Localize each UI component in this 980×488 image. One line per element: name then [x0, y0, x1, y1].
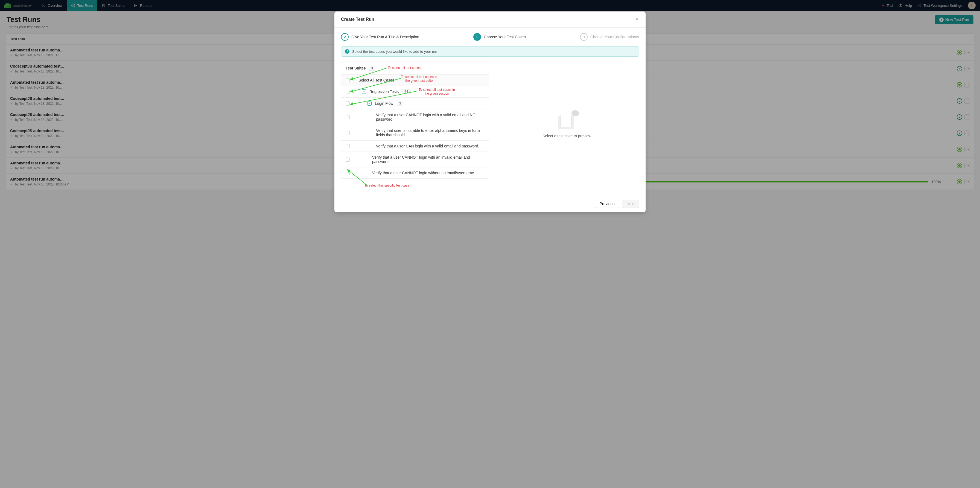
test-case-row[interactable]: Verify that a user CANNOT login without …	[341, 167, 489, 179]
info-box: i Select the test cases you would like t…	[341, 46, 639, 57]
info-text: Select the test cases you would like to …	[352, 49, 437, 54]
step-1-circle	[341, 33, 348, 41]
modal-columns: Test Suites 3 Select All Test Cases − Re…	[341, 62, 639, 179]
case-label: Verify that a user CAN login with a vali…	[353, 144, 485, 148]
annotation-4: To select this specific test case	[364, 183, 409, 187]
test-case-row[interactable]: Verify that a user CAN login with a vali…	[341, 140, 489, 152]
case-checkbox[interactable]	[345, 158, 350, 162]
collapse-icon[interactable]: −	[367, 101, 372, 105]
step-3: 3 Choose Your Configuration/s	[580, 33, 639, 41]
annotation-1: To select all test cases	[388, 66, 420, 70]
section-row: − Login Flow 3	[341, 97, 489, 109]
suite-count: 74	[402, 89, 410, 94]
modal-title: Create Test Run	[341, 17, 374, 22]
annotation-2: To select all test cases in the given te…	[401, 75, 437, 83]
test-case-row[interactable]: Verify that a user CANNOT login with a v…	[341, 109, 489, 125]
case-checkbox[interactable]	[345, 131, 350, 135]
case-checkbox[interactable]	[345, 115, 350, 119]
test-case-row[interactable]: Verify that a user CANNOT login with an …	[341, 152, 489, 167]
check-icon	[343, 35, 347, 39]
suites-title: Test Suites	[345, 66, 366, 70]
preview-panel: Select a test case to preview	[495, 62, 639, 179]
step-2-circle: 2	[473, 33, 481, 41]
case-label: Verify that a user CANNOT login with an …	[353, 155, 485, 164]
wizard-steps: Give Your Test Run A Title & Description…	[341, 33, 639, 41]
suite-checkbox[interactable]	[345, 90, 350, 94]
test-case-row[interactable]: Verify that user is not able to enter al…	[341, 125, 489, 140]
test-suites-panel: Test Suites 3 Select All Test Cases − Re…	[341, 62, 489, 179]
step-2: 2 Choose Your Test Cases	[473, 33, 525, 41]
step-2-label: Choose Your Test Cases	[484, 35, 525, 39]
annotation-3: To select all test cases in the given se…	[418, 88, 455, 96]
case-label: Verify that a user CANNOT login without …	[353, 171, 485, 175]
step-1-label: Give Your Test Run A Title & Description	[352, 35, 419, 39]
section-checkbox[interactable]	[345, 102, 350, 105]
section-label: Login Flow	[375, 101, 393, 105]
suites-count: 3	[369, 65, 375, 70]
preview-illustration	[555, 110, 579, 129]
create-test-run-modal: Create Test Run ✕ Give Your Test Run A T…	[334, 11, 646, 190]
suite-label: Regression Tests	[369, 89, 399, 94]
modal-header: Create Test Run ✕	[334, 11, 646, 28]
select-all-checkbox[interactable]	[345, 78, 350, 82]
suite-row: − Regression Tests 74	[341, 86, 489, 97]
select-all-label: Select All Test Cases	[358, 78, 394, 82]
step-1: Give Your Test Run A Title & Description	[341, 33, 419, 41]
collapse-icon[interactable]: −	[362, 89, 366, 94]
preview-text: Select a test case to preview	[542, 134, 591, 138]
case-checkbox[interactable]	[345, 171, 350, 175]
step-line-1	[422, 37, 470, 37]
section-count: 3	[397, 101, 404, 106]
info-icon: i	[345, 49, 350, 54]
case-label: Verify that user is not able to enter al…	[353, 128, 485, 137]
case-checkbox[interactable]	[345, 144, 350, 148]
step-line-2	[529, 37, 576, 37]
case-label: Verify that a user CANNOT login with a v…	[353, 113, 485, 121]
step-3-label: Choose Your Configuration/s	[590, 35, 639, 39]
modal-body: Give Your Test Run A Title & Description…	[334, 28, 646, 190]
modal-overlay: Create Test Run ✕ Give Your Test Run A T…	[0, 0, 980, 190]
step-3-circle: 3	[580, 33, 588, 41]
close-icon[interactable]: ✕	[635, 16, 639, 22]
